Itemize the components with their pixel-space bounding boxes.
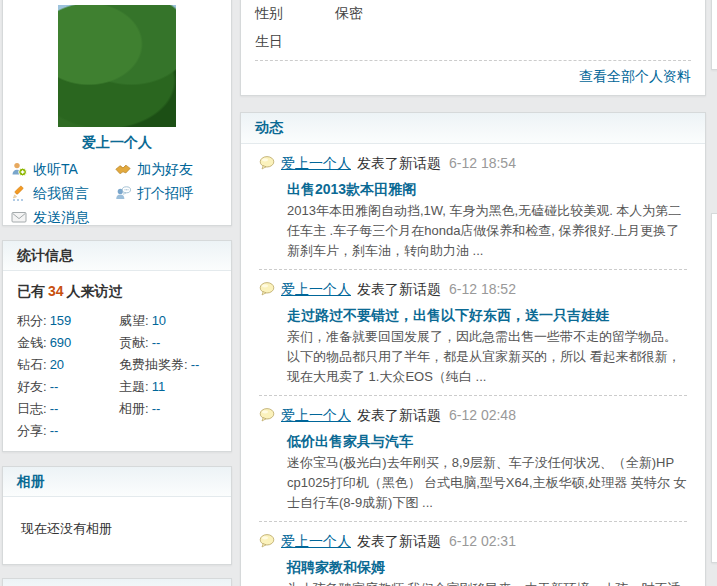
feed-timestamp: 6-12 18:52 xyxy=(449,280,516,298)
feed-thread-title[interactable]: 走过路过不要错过，出售以下好东西，送一只吉娃娃 xyxy=(287,306,687,324)
feed-action-text: 发表了新话题 xyxy=(357,154,441,172)
birthday-row: 生日 xyxy=(255,27,691,55)
comment-bubble-icon xyxy=(259,281,275,297)
follow-ta-link[interactable]: 收听TA xyxy=(11,161,115,177)
visitor-count: 34 xyxy=(45,283,67,299)
feed-user-link[interactable]: 爱上一个人 xyxy=(281,154,351,172)
stat-friends: 好友:-- xyxy=(17,376,119,398)
feed-thread-excerpt: 2013年本田雅阁自动挡,1W, 车身为黑色,无磕碰比较美观. 本人为第二任车主… xyxy=(287,201,687,261)
feed-user-link[interactable]: 爱上一个人 xyxy=(281,406,351,424)
send-message-link[interactable]: 发送消息 xyxy=(11,209,115,225)
stat-points-value[interactable]: 159 xyxy=(50,313,72,328)
feed-meta: 爱上一个人 发表了新话题 6-12 18:52 xyxy=(259,280,687,298)
stat-points: 积分:159 xyxy=(17,310,119,332)
stats-grid: 积分:159 威望:10 金钱:690 贡献:-- 钻石:20 免费抽奖券:--… xyxy=(17,310,217,442)
stat-prestige-value[interactable]: 10 xyxy=(152,313,166,328)
feed-timestamp: 6-12 02:48 xyxy=(449,406,516,424)
feed-header: 动态 xyxy=(241,113,705,144)
profile-actions: 收听TA 加为好友 给我留言 打个招呼 发送消息 xyxy=(11,161,231,225)
feed-action-text: 发表了新话题 xyxy=(357,532,441,550)
stat-friends-value[interactable]: -- xyxy=(50,379,59,394)
stat-diamond-value[interactable]: 20 xyxy=(50,357,64,372)
birthday-label: 生日 xyxy=(255,27,335,55)
stat-prestige: 威望:10 xyxy=(119,310,217,332)
feed-meta: 爱上一个人 发表了新话题 6-12 02:31 xyxy=(259,532,687,550)
feed-meta: 爱上一个人 发表了新话题 6-12 02:48 xyxy=(259,406,687,424)
cutoff-panel-bottom xyxy=(2,578,232,586)
album-card: 相册 现在还没有相册 xyxy=(2,466,232,565)
gender-label: 性别 xyxy=(255,0,335,27)
action-label: 收听TA xyxy=(33,161,78,177)
feed-items: 爱上一个人 发表了新话题 6-12 18:54 出售2013款本田雅阁 2013… xyxy=(241,144,705,586)
stat-money-value[interactable]: 690 xyxy=(50,335,72,350)
cutoff-panel-right-top xyxy=(711,0,717,70)
profile-info-card: 性别 保密 生日 查看全部个人资料 xyxy=(240,0,706,96)
stat-blogs: 日志:-- xyxy=(17,398,119,420)
feed-item: 爱上一个人 发表了新话题 6-12 02:48 低价出售家具与汽车 迷你宝马(极… xyxy=(259,396,687,522)
stat-shares-value[interactable]: -- xyxy=(50,423,59,438)
stat-shares: 分享:-- xyxy=(17,420,119,442)
stat-threads: 主题:11 xyxy=(119,376,217,398)
feed-item: 爱上一个人 发表了新话题 6-12 18:52 走过路过不要错过，出售以下好东西… xyxy=(259,270,687,396)
album-empty-text: 现在还没有相册 xyxy=(3,497,231,538)
album-header: 相册 xyxy=(3,467,231,497)
stat-contribution: 贡献:-- xyxy=(119,332,217,354)
stat-money: 金钱:690 xyxy=(17,332,119,354)
stat-blogs-value[interactable]: -- xyxy=(50,401,59,416)
feed-action-text: 发表了新话题 xyxy=(357,406,441,424)
feed-user-link[interactable]: 爱上一个人 xyxy=(281,532,351,550)
feed-action-text: 发表了新话题 xyxy=(357,280,441,298)
hello-icon xyxy=(115,185,131,201)
stat-diamond: 钻石:20 xyxy=(17,354,119,376)
feed-thread-title[interactable]: 低价出售家具与汽车 xyxy=(287,432,687,450)
listen-icon xyxy=(11,161,27,177)
handshake-icon xyxy=(115,161,131,177)
feed-thread-excerpt: 为小孩急聘家庭教师 我们全家刚移民来，由于新环境，小孩一时不适应，我 xyxy=(287,579,687,586)
cutoff-panel-right-bottom xyxy=(711,213,717,563)
add-friend-link[interactable]: 加为好友 xyxy=(115,161,231,177)
leave-message-link[interactable]: 给我留言 xyxy=(11,185,115,201)
feed-thread-excerpt: 迷你宝马(极光白)去年刚买，8,9层新、车子没任何状况、（全新)HP cp102… xyxy=(287,453,687,513)
feed-item: 爱上一个人 发表了新话题 6-12 18:54 出售2013款本田雅阁 2013… xyxy=(259,144,687,270)
pencil-icon xyxy=(11,185,27,201)
feed-thread-excerpt: 亲们，准备就要回国发展了，因此急需出售一些带不走的留学物品。以下的物品都只用了半… xyxy=(287,327,687,387)
activity-feed-card: 动态 爱上一个人 发表了新话题 6-12 18:54 出售2013款本田雅阁 2… xyxy=(240,112,706,586)
view-full-profile-link[interactable]: 查看全部个人资料 xyxy=(579,68,691,84)
gender-row: 性别 保密 xyxy=(255,0,691,27)
action-label: 加为好友 xyxy=(137,161,193,177)
stat-threads-value[interactable]: 11 xyxy=(152,379,166,394)
feed-timestamp: 6-12 18:54 xyxy=(449,154,516,172)
stat-albums: 相册:-- xyxy=(119,398,217,420)
feed-timestamp: 6-12 02:31 xyxy=(449,532,516,550)
gender-value: 保密 xyxy=(335,0,363,27)
feed-meta: 爱上一个人 发表了新话题 6-12 18:54 xyxy=(259,154,687,172)
username: 爱上一个人 xyxy=(3,134,231,152)
feed-thread-title[interactable]: 招聘家教和保姆 xyxy=(287,558,687,576)
comment-bubble-icon xyxy=(259,155,275,171)
comment-bubble-icon xyxy=(259,533,275,549)
feed-thread-title[interactable]: 出售2013款本田雅阁 xyxy=(287,180,687,198)
user-avatar[interactable] xyxy=(58,5,176,127)
visitor-count-line: 已有34人来访过 xyxy=(17,283,217,301)
envelope-icon xyxy=(11,209,27,225)
feed-item: 爱上一个人 发表了新话题 6-12 02:31 招聘家教和保姆 为小孩急聘家庭教… xyxy=(259,522,687,586)
action-label: 给我留言 xyxy=(33,185,89,201)
stats-card: 统计信息 已有34人来访过 积分:159 威望:10 金钱:690 贡献:-- … xyxy=(2,240,232,452)
say-hello-link[interactable]: 打个招呼 xyxy=(115,185,231,201)
stat-albums-value[interactable]: -- xyxy=(152,401,161,416)
stat-contribution-value[interactable]: -- xyxy=(152,335,161,350)
stat-raffle-value[interactable]: -- xyxy=(191,357,200,372)
action-label: 发送消息 xyxy=(33,209,89,225)
profile-card: 爱上一个人 收听TA 加为好友 给我留言 打个招呼 xyxy=(2,0,232,226)
comment-bubble-icon xyxy=(259,407,275,423)
action-label: 打个招呼 xyxy=(137,185,193,201)
stats-header: 统计信息 xyxy=(3,241,231,271)
stat-raffle: 免费抽奖券:-- xyxy=(119,354,217,376)
feed-user-link[interactable]: 爱上一个人 xyxy=(281,280,351,298)
